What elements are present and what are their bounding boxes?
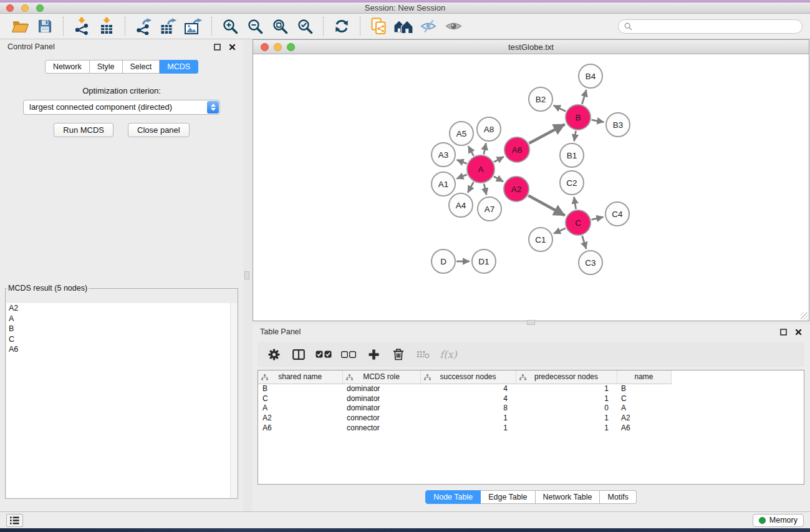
result-item[interactable]: A6 xyxy=(6,344,237,355)
graph-node-A[interactable]: A xyxy=(466,155,495,183)
graph-node-B3[interactable]: B3 xyxy=(605,112,630,137)
mcds-result-list[interactable]: A2ABCA6 xyxy=(6,303,237,498)
result-scrollbar[interactable] xyxy=(230,303,237,498)
graph-node-A8[interactable]: A8 xyxy=(476,117,501,142)
network-close-button[interactable] xyxy=(261,43,269,51)
add-column-button[interactable] xyxy=(361,344,386,365)
float-panel-button[interactable] xyxy=(214,44,221,51)
float-table-panel-button[interactable] xyxy=(780,329,787,336)
vertical-splitter[interactable] xyxy=(243,39,253,511)
show-all-button[interactable] xyxy=(443,16,464,37)
optimization-criterion-label: Optimization criterion: xyxy=(0,86,243,95)
search-input[interactable] xyxy=(635,22,796,31)
minimize-window-button[interactable] xyxy=(21,4,29,12)
node-table[interactable]: shared nameMCDS rolesuccessor nodesprede… xyxy=(258,370,804,485)
zoom-window-button[interactable] xyxy=(36,4,44,12)
graph-node-A1[interactable]: A1 xyxy=(431,172,456,196)
result-item[interactable]: B xyxy=(6,324,237,334)
table-row[interactable]: Bdominator41B xyxy=(258,384,804,394)
network-canvas[interactable]: B4B2BB3A8A5A6A3B1AC2A1A2A4A7C4CC1DD1C3 xyxy=(253,54,809,321)
zoom-fit-button[interactable] xyxy=(269,16,291,37)
table-settings-button[interactable] xyxy=(261,344,286,365)
unselect-all-columns-button[interactable] xyxy=(336,344,361,365)
column-header-shared-name[interactable]: shared name xyxy=(258,370,342,384)
graph-node-C[interactable]: C xyxy=(565,210,591,236)
close-panel-button[interactable] xyxy=(229,44,236,51)
table-row[interactable]: Cdominator41C xyxy=(258,394,804,404)
import-table-button[interactable] xyxy=(96,16,117,37)
horizontal-splitter-handle[interactable] xyxy=(527,320,535,325)
network-from-selection-button[interactable] xyxy=(368,16,389,37)
delete-table-button[interactable] xyxy=(411,344,436,365)
main-area: Control Panel NetworkStyleSelectMCDS Opt… xyxy=(0,39,810,511)
graph-node-B2[interactable]: B2 xyxy=(528,87,553,112)
result-item[interactable]: A2 xyxy=(6,303,237,314)
graph-node-C2[interactable]: C2 xyxy=(559,170,584,195)
graph-node-B4[interactable]: B4 xyxy=(578,64,603,89)
vertical-splitter-handle[interactable] xyxy=(244,271,249,279)
graph-node-D1[interactable]: D1 xyxy=(471,249,496,274)
tab-style[interactable]: Style xyxy=(90,60,123,74)
graph-node-A6[interactable]: A6 xyxy=(504,137,530,163)
graph-node-C4[interactable]: C4 xyxy=(605,201,630,226)
export-image-icon xyxy=(184,17,203,35)
horizontal-splitter[interactable] xyxy=(253,321,809,324)
tab-network[interactable]: Network xyxy=(45,60,90,74)
save-session-button[interactable] xyxy=(34,16,55,37)
task-history-button[interactable] xyxy=(6,514,23,527)
tab-edge-table[interactable]: Edge Table xyxy=(481,490,535,504)
graph-node-A5[interactable]: A5 xyxy=(449,121,474,146)
graph-node-D[interactable]: D xyxy=(431,249,456,274)
delete-column-button[interactable] xyxy=(386,344,411,365)
column-header-successor-nodes[interactable]: successor nodes xyxy=(420,370,516,384)
table-row[interactable]: Adominator80A xyxy=(258,404,804,414)
graph-node-A4[interactable]: A4 xyxy=(448,193,473,218)
graph-node-A2[interactable]: A2 xyxy=(503,176,529,202)
close-panel-action-button[interactable]: Close panel xyxy=(128,123,190,137)
tab-select[interactable]: Select xyxy=(123,60,160,74)
refresh-arrows-icon xyxy=(334,18,350,34)
table-row[interactable]: A6connector11A6 xyxy=(258,423,804,433)
export-image-button[interactable] xyxy=(183,16,204,37)
show-columns-button[interactable] xyxy=(286,344,311,365)
select-all-columns-button[interactable] xyxy=(311,344,336,365)
search-box[interactable] xyxy=(618,19,803,34)
run-mcds-button[interactable]: Run MCDS xyxy=(54,123,113,137)
export-table-button[interactable] xyxy=(158,16,179,37)
close-table-panel-button[interactable] xyxy=(795,329,802,336)
floppy-disk-icon xyxy=(37,19,52,34)
zoom-selected-button[interactable] xyxy=(294,16,316,37)
table-row[interactable]: A2connector11A2 xyxy=(258,413,804,423)
home-button[interactable] xyxy=(393,16,414,37)
export-network-button[interactable] xyxy=(133,16,154,37)
tab-network-table[interactable]: Network Table xyxy=(536,490,600,504)
graph-node-C3[interactable]: C3 xyxy=(578,250,603,275)
function-builder-button[interactable]: f(x) xyxy=(436,344,461,365)
graph-node-B[interactable]: B xyxy=(565,104,591,130)
column-header-predecessor-nodes[interactable]: predecessor nodes xyxy=(516,370,617,384)
tab-node-table[interactable]: Node Table xyxy=(425,490,481,504)
result-item[interactable]: C xyxy=(6,334,237,345)
network-minimize-button[interactable] xyxy=(274,43,282,51)
graph-node-C1[interactable]: C1 xyxy=(528,227,553,252)
zoom-out-button[interactable] xyxy=(244,16,266,37)
graph-node-A3[interactable]: A3 xyxy=(431,142,456,167)
open-session-button[interactable] xyxy=(9,16,31,37)
apply-layout-button[interactable] xyxy=(331,16,352,37)
tab-mcds[interactable]: MCDS xyxy=(160,60,198,74)
network-zoom-button[interactable] xyxy=(287,43,295,51)
close-window-button[interactable] xyxy=(6,4,14,12)
column-header-name[interactable]: name xyxy=(617,370,671,384)
window-resize-grip[interactable] xyxy=(801,312,808,320)
memory-button[interactable]: Memory xyxy=(753,514,804,527)
column-header-mcds-role[interactable]: MCDS role xyxy=(342,370,420,384)
zoom-selected-icon xyxy=(297,18,314,35)
graph-node-A7[interactable]: A7 xyxy=(477,196,502,221)
tab-motifs[interactable]: Motifs xyxy=(600,490,636,504)
hide-selected-button[interactable] xyxy=(418,16,439,37)
zoom-in-button[interactable] xyxy=(219,16,241,37)
graph-node-B1[interactable]: B1 xyxy=(559,143,584,168)
criterion-select[interactable]: largest connected component (directed) xyxy=(23,100,220,115)
import-network-button[interactable] xyxy=(71,16,92,37)
result-item[interactable]: A xyxy=(6,314,237,324)
